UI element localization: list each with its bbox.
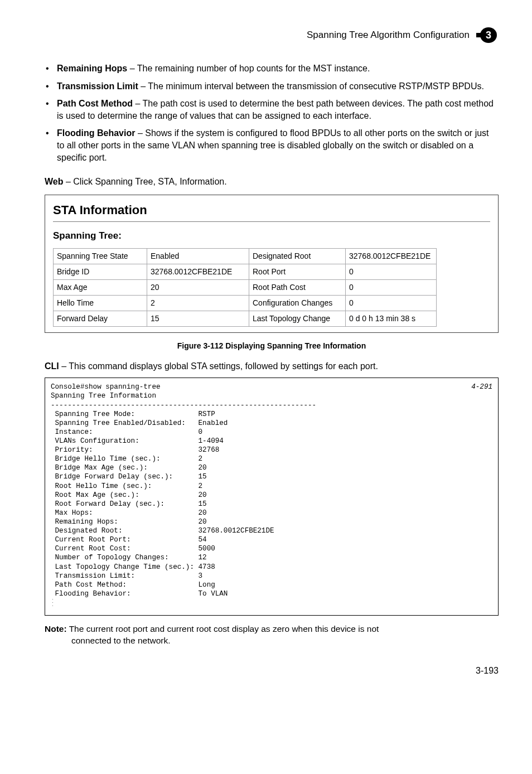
list-item: Path Cost Method – The path cost is used… — [45, 98, 499, 122]
console-body: Spanning Tree Mode: RSTP Spanning Tree E… — [51, 410, 492, 598]
table-cell: Hello Time — [54, 296, 147, 311]
cli-text: – This command displays global STA setti… — [59, 361, 378, 371]
table-cell: Bridge ID — [54, 264, 147, 280]
table-cell: 0 — [346, 264, 437, 280]
table-cell: Enabled — [147, 249, 249, 264]
cli-label: CLI — [45, 361, 59, 371]
list-item: Remaining Hops – The remaining number of… — [45, 62, 499, 75]
figure-caption: Figure 3-112 Displaying Spanning Tree In… — [45, 341, 499, 351]
table-cell: Forward Delay — [54, 311, 147, 326]
web-text: – Click Spanning Tree, STA, Information. — [63, 177, 226, 186]
sta-subtitle: Spanning Tree: — [53, 230, 490, 243]
cli-instruction: CLI – This command displays global STA s… — [45, 360, 499, 373]
table-row: Spanning Tree State Enabled Designated R… — [54, 249, 437, 264]
table-cell: 15 — [147, 311, 249, 326]
vertical-ellipsis-icon: ... — [51, 598, 55, 608]
feature-bullet-list: Remaining Hops – The remaining number of… — [45, 62, 499, 163]
sta-info-table: Spanning Tree State Enabled Designated R… — [53, 248, 437, 326]
console-section-title: Spanning Tree Information — [51, 392, 156, 400]
table-cell: Last Topology Change — [249, 311, 346, 326]
table-cell: 32768.0012CFBE21DE — [147, 264, 249, 280]
table-cell: Max Age — [54, 280, 147, 296]
table-cell: 20 — [147, 280, 249, 296]
table-cell: 32768.0012CFBE21DE — [346, 249, 437, 264]
table-row: Bridge ID 32768.0012CFBE21DE Root Port 0 — [54, 264, 437, 280]
note-label: Note: — [45, 624, 67, 633]
note-block: Note: The current root port and current … — [45, 623, 499, 647]
table-cell: 0 — [346, 280, 437, 296]
divider — [53, 221, 490, 222]
table-cell: 0 d 0 h 13 min 38 s — [346, 311, 437, 326]
bullet-desc: – The remaining number of hop counts for… — [127, 64, 370, 73]
sta-information-panel: STA Information Spanning Tree: Spanning … — [45, 195, 499, 333]
svg-rect-1 — [476, 33, 486, 37]
console-command: Console#show spanning-tree — [51, 383, 161, 391]
web-instruction: Web – Click Spanning Tree, STA, Informat… — [45, 176, 499, 188]
console-separator: ----------------------------------------… — [51, 401, 316, 409]
bullet-term: Flooding Behavior — [57, 128, 135, 138]
running-title: Spanning Tree Algorithm Configuration — [307, 29, 470, 42]
table-cell: Configuration Changes — [249, 296, 346, 311]
svg-text:3: 3 — [486, 30, 491, 41]
table-row: Hello Time 2 Configuration Changes 0 — [54, 296, 437, 311]
note-text-line1b: The current root port and current root c… — [69, 624, 379, 633]
bullet-desc: – The minimum interval between the trans… — [138, 81, 484, 91]
table-cell: Root Port — [249, 264, 346, 280]
table-cell: Designated Root — [249, 249, 346, 264]
bullet-term: Remaining Hops — [57, 64, 127, 73]
bullet-term: Transmission Limit — [57, 81, 138, 91]
cross-reference: 4-291 — [471, 383, 492, 391]
table-cell: 0 — [346, 296, 437, 311]
list-item: Transmission Limit – The minimum interva… — [45, 80, 499, 93]
running-header: Spanning Tree Algorithm Configuration 3 — [45, 27, 499, 43]
table-row: Max Age 20 Root Path Cost 0 — [54, 280, 437, 296]
web-label: Web — [45, 177, 63, 186]
chapter-badge-icon: 3 — [476, 27, 499, 43]
list-item: Flooding Behavior – Shows if the system … — [45, 127, 499, 163]
console-output: 4-291Console#show spanning-tree Spanning… — [45, 378, 499, 616]
table-cell: 2 — [147, 296, 249, 311]
sta-title: STA Information — [53, 202, 490, 219]
table-row: Forward Delay 15 Last Topology Change 0 … — [54, 311, 437, 326]
table-cell: Spanning Tree State — [54, 249, 147, 264]
table-cell: Root Path Cost — [249, 280, 346, 296]
bullet-term: Path Cost Method — [57, 99, 133, 108]
note-text-line2: connected to the network. — [45, 635, 499, 647]
page-number: 3-193 — [45, 665, 499, 677]
